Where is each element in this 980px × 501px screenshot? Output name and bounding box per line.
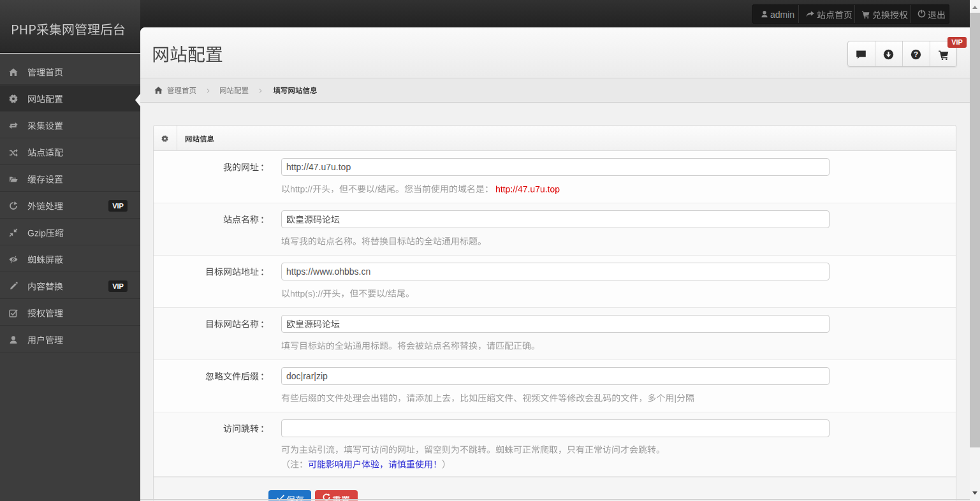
svg-text:?: ? <box>914 50 918 58</box>
